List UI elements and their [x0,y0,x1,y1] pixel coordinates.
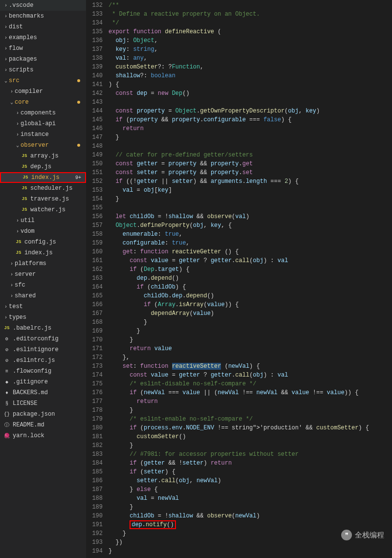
file-LICENSE[interactable]: §LICENSE [0,398,86,409]
folder-types[interactable]: ›types [0,312,86,323]
code-line[interactable]: if ((!getter || setter) && arguments.len… [109,177,392,186]
code-line[interactable]: return value [109,344,392,353]
folder-platforms[interactable]: ›platforms [0,258,86,269]
file-.editorconfig[interactable]: ⚙.editorconfig [0,334,86,344]
file-.gitignore[interactable]: ◆.gitignore [0,377,86,387]
code-line[interactable]: */ [109,19,392,27]
code-line[interactable]: shallow?: boolean [109,71,392,80]
code-line[interactable]: dependArray(value) [109,309,392,318]
file-scheduler.js[interactable]: JSscheduler.js [0,183,86,194]
file-.eslintrc.js[interactable]: ⊘.eslintrc.js [0,355,86,366]
folder-compiler[interactable]: ›compiler [0,86,86,97]
file-BACKERS.md[interactable]: ♦BACKERS.md [0,387,86,398]
code-line[interactable]: } [109,335,392,344]
code-line[interactable]: const value = getter ? getter.call(obj) … [109,256,392,265]
code-line[interactable]: setter.call(obj, newVal) [109,476,392,485]
folder-server[interactable]: ›server [0,269,86,280]
folder-instance[interactable]: ›instance [0,129,86,140]
code-line[interactable] [109,203,392,212]
code-line[interactable]: // cater for pre-defined getter/setters [109,151,392,159]
code-line[interactable]: ) { [109,80,392,89]
file-index.js[interactable]: JSindex.js [0,247,86,258]
folder-components[interactable]: ›components [0,108,86,118]
folder-sfc[interactable]: ›sfc [0,280,86,290]
code-line[interactable]: set: function reactiveSetter (newVal) { [109,362,392,371]
code-line[interactable]: dep.notify() [109,520,392,529]
code-line[interactable]: } [109,441,392,450]
code-line[interactable]: if (process.env.NODE_ENV !== string">'pr… [109,424,392,432]
code-line[interactable]: if (getter && !setter) return [109,459,392,468]
file-.flowconfig[interactable]: ≡.flowconfig [0,366,86,377]
code-line[interactable]: /* eslint-disable no-self-compare */ [109,379,392,388]
folder-examples[interactable]: ›examples [0,32,86,43]
folder-vdom[interactable]: ›vdom [0,226,86,237]
code-line[interactable]: val = newVal [109,494,392,503]
folder-scripts[interactable]: ›scripts [0,65,86,75]
folder-packages[interactable]: ›packages [0,54,86,65]
file-index.js[interactable]: JSindex.js9+ [0,172,86,183]
code-line[interactable]: const getter = property && property.get [109,159,392,168]
code-line[interactable]: } [109,195,392,203]
code-line[interactable]: } [109,327,392,335]
code-line[interactable]: customSetter?: ?Function, [109,63,392,71]
code-line[interactable]: val: any, [109,54,392,63]
folder-observer[interactable]: ⌄observer [0,140,86,151]
file-config.js[interactable]: JSconfig.js [0,237,86,247]
code-line[interactable]: } [109,133,392,142]
folder-util[interactable]: ›util [0,215,86,226]
code-line[interactable]: configurable: true, [109,239,392,247]
code-line[interactable]: val = obj[key] [109,186,392,195]
code-line[interactable]: key: string, [109,45,392,54]
file-watcher.js[interactable]: JSwatcher.js [0,204,86,215]
code-line[interactable]: customSetter() [109,432,392,441]
code-line[interactable]: } [109,547,392,556]
file-.eslintignore[interactable]: ⊘.eslintignore [0,344,86,355]
code-line[interactable]: } [109,318,392,327]
code-line[interactable]: const dep = new Dep() [109,89,392,98]
file-.babelrc.js[interactable]: JS.babelrc.js [0,323,86,334]
code-line[interactable]: const setter = property && property.set [109,168,392,177]
folder-shared[interactable]: ›shared [0,290,86,301]
code-line[interactable]: enumerable: true, [109,230,392,239]
code-line[interactable] [109,98,392,107]
file-explorer-sidebar[interactable]: ›.vscode›benchmarks›dist›examples›flow›p… [0,0,86,558]
code-line[interactable]: Object.defineProperty(obj, key, { [109,221,392,230]
code-line[interactable]: export function defineReactive ( [109,27,392,36]
code-line[interactable]: }, [109,353,392,362]
code-line[interactable]: if (Array.isArray(value)) { [109,300,392,309]
code-line[interactable]: let childOb = !shallow && observe(val) [109,212,392,221]
file-package.json[interactable]: {}package.json [0,409,86,420]
code-line[interactable]: dep.depend() [109,274,392,283]
code-line[interactable] [109,142,392,151]
file-dep.js[interactable]: JSdep.js [0,161,86,172]
code-line[interactable]: return [109,397,392,406]
code-line[interactable]: const value = getter ? getter.call(obj) … [109,371,392,379]
folder-core[interactable]: ⌄core [0,97,86,108]
code-line[interactable]: if (setter) { [109,468,392,476]
file-README.md[interactable]: ⓘREADME.md [0,420,86,430]
folder-test[interactable]: ›test [0,301,86,312]
code-line[interactable]: if (newVal === value || (newVal !== newV… [109,388,392,397]
folder-benchmarks[interactable]: ›benchmarks [0,11,86,22]
code-line[interactable]: * Define a reactive property on an Objec… [109,10,392,19]
code-line[interactable]: get: function reactiveGetter () { [109,247,392,256]
code-line[interactable]: childOb = !shallow && observe(newVal) [109,512,392,520]
code-line[interactable]: /** [109,1,392,10]
code-line[interactable]: } [109,406,392,415]
code-line[interactable]: return [109,124,392,133]
folder-.vscode[interactable]: ›.vscode [0,0,86,11]
code-line[interactable]: if (Dep.target) { [109,265,392,274]
code-line[interactable]: // #7981: for accessor properties withou… [109,450,392,459]
code-line[interactable]: if (property && property.configurable ==… [109,115,392,124]
code-line[interactable]: /* eslint-enable no-self-compare */ [109,415,392,424]
folder-flow[interactable]: ›flow [0,43,86,54]
code-editor[interactable]: 1321331341351361371381391401411421431441… [86,0,392,558]
code-line[interactable]: childOb.dep.depend() [109,291,392,300]
code-line[interactable]: if (childOb) { [109,283,392,291]
file-array.js[interactable]: JSarray.js [0,151,86,161]
code-line[interactable]: const property = Object.getOwnPropertyDe… [109,107,392,115]
code-content[interactable]: /** * Define a reactive property on an O… [109,0,392,558]
file-traverse.js[interactable]: JStraverse.js [0,194,86,204]
code-line[interactable]: obj: Object, [109,36,392,45]
folder-dist[interactable]: ›dist [0,22,86,32]
